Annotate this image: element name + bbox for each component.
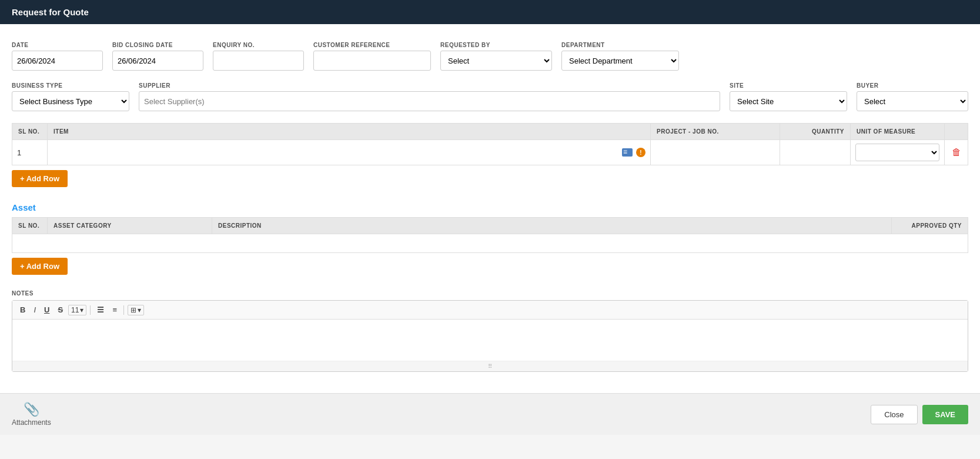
business-type-label: BUSINESS TYPE — [12, 82, 129, 89]
table-row: 1 ! — [12, 140, 968, 165]
enquiry-no-label: ENQUIRY NO. — [213, 42, 304, 48]
asset-empty-row — [12, 234, 968, 253]
asset-section: Asset SL NO. ASSET CATEGORY DESCRIPTION … — [12, 202, 968, 284]
attachment-icon: 📎 — [24, 402, 39, 417]
site-group: SITE Select Site — [730, 82, 847, 111]
attachments-label: Attachments — [12, 418, 51, 427]
asset-col-sl-no: SL NO. — [12, 218, 48, 234]
font-size-dropdown[interactable]: 11 ▾ — [68, 305, 86, 315]
main-content: DATE BID CLOSING DATE ENQUIRY NO. CUSTOM… — [0, 24, 980, 393]
buyer-select[interactable]: Select — [857, 91, 968, 111]
info-icon[interactable]: ! — [636, 148, 645, 157]
items-table-section: SL NO. ITEM PROJECT - JOB NO. QUANTITY U… — [12, 123, 968, 197]
department-select[interactable]: Select Department — [561, 51, 679, 71]
customer-reference-group: CUSTOMER REFERENCE — [313, 42, 431, 71]
italic-button[interactable]: I — [31, 304, 39, 315]
resize-handle[interactable] — [12, 361, 968, 371]
notes-editor: B I U S 11 ▾ ☰ ≡ ⊞ ▾ — [12, 300, 968, 372]
col-project-job-no: PROJECT - JOB NO. — [651, 124, 780, 140]
buyer-group: BUYER Select — [857, 82, 968, 111]
date-input[interactable] — [12, 51, 103, 71]
top-bar: Request for Quote — [0, 0, 980, 24]
asset-col-description: DESCRIPTION — [212, 218, 892, 234]
form-footer: 📎 Attachments Close SAVE — [0, 393, 980, 435]
table-button[interactable]: ⊞ ▾ — [128, 305, 144, 315]
buyer-label: BUYER — [857, 82, 968, 89]
list-icon[interactable] — [622, 148, 633, 157]
footer-buttons: Close SAVE — [871, 405, 968, 424]
row-delete-cell: 🗑 — [945, 140, 968, 165]
department-group: DEPARTMENT Select Department — [561, 42, 679, 71]
toolbar-separator-2 — [123, 305, 124, 315]
uom-select[interactable] — [855, 144, 939, 161]
notes-toolbar: B I U S 11 ▾ ☰ ≡ ⊞ ▾ — [12, 301, 968, 320]
row-item-cell: ! — [48, 140, 651, 165]
item-input-container: ! — [52, 148, 645, 157]
form-row-2: BUSINESS TYPE Select Business Type SUPPL… — [12, 82, 968, 111]
asset-add-row-button[interactable]: + Add Row — [12, 258, 68, 275]
department-label: DEPARTMENT — [561, 42, 679, 48]
row-unit-of-measure — [851, 140, 945, 165]
unordered-list-button[interactable]: ☰ — [94, 304, 107, 315]
notes-textarea[interactable] — [12, 320, 968, 361]
underline-button[interactable]: U — [41, 304, 52, 315]
requested-by-group: REQUESTED BY Select — [440, 42, 552, 71]
table-icon: ⊞ — [131, 306, 136, 314]
site-select[interactable]: Select Site — [730, 91, 847, 111]
form-row-1: DATE BID CLOSING DATE ENQUIRY NO. CUSTOM… — [12, 42, 968, 71]
strikethrough-button[interactable]: S — [55, 304, 66, 315]
ordered-list-button[interactable]: ≡ — [109, 304, 120, 315]
supplier-label: SUPPLIER — [139, 82, 720, 89]
save-button[interactable]: SAVE — [922, 405, 968, 424]
delete-row-button[interactable]: 🗑 — [952, 147, 961, 158]
asset-col-approved-qty: APPROVED QTY — [892, 218, 968, 234]
items-add-row-button[interactable]: + Add Row — [12, 170, 68, 187]
quantity-input[interactable] — [785, 148, 845, 157]
col-delete — [945, 124, 968, 140]
date-label: DATE — [12, 42, 103, 48]
supplier-group: SUPPLIER — [139, 82, 720, 111]
row-quantity — [780, 140, 851, 165]
table-chevron-icon: ▾ — [138, 306, 141, 314]
site-label: SITE — [730, 82, 847, 89]
bid-closing-date-label: BID CLOSING DATE — [112, 42, 203, 48]
requested-by-label: REQUESTED BY — [440, 42, 552, 48]
requested-by-select[interactable]: Select — [440, 51, 552, 71]
enquiry-no-group: ENQUIRY NO. — [213, 42, 304, 71]
notes-label: NOTES — [12, 290, 968, 297]
asset-section-title: Asset — [12, 202, 968, 212]
enquiry-no-input[interactable] — [213, 51, 304, 71]
col-unit-of-measure: UNIT OF MEASURE — [851, 124, 945, 140]
col-sl-no: SL NO. — [12, 124, 48, 140]
items-table: SL NO. ITEM PROJECT - JOB NO. QUANTITY U… — [12, 123, 968, 165]
customer-reference-label: CUSTOMER REFERENCE — [313, 42, 431, 48]
notes-section: NOTES B I U S 11 ▾ ☰ ≡ ⊞ ▾ — [12, 290, 968, 372]
project-job-input[interactable] — [655, 148, 775, 157]
date-group: DATE — [12, 42, 103, 71]
chevron-down-icon: ▾ — [80, 306, 83, 314]
col-item: ITEM — [48, 124, 651, 140]
row-project-job-no — [651, 140, 780, 165]
row-sl-no: 1 — [12, 140, 48, 165]
bid-closing-date-group: BID CLOSING DATE — [112, 42, 203, 71]
bold-button[interactable]: B — [17, 304, 28, 315]
asset-table: SL NO. ASSET CATEGORY DESCRIPTION APPROV… — [12, 217, 968, 253]
supplier-input[interactable] — [139, 91, 720, 111]
item-text-input[interactable] — [52, 148, 618, 157]
col-quantity: QUANTITY — [780, 124, 851, 140]
attachments-area[interactable]: 📎 Attachments — [12, 402, 51, 427]
close-button[interactable]: Close — [871, 405, 917, 424]
business-type-group: BUSINESS TYPE Select Business Type — [12, 82, 129, 111]
page-title: Request for Quote — [12, 7, 89, 17]
toolbar-separator-1 — [90, 305, 91, 315]
bid-closing-date-input[interactable] — [112, 51, 203, 71]
business-type-select[interactable]: Select Business Type — [12, 91, 129, 111]
customer-reference-input[interactable] — [313, 51, 431, 71]
asset-col-category: ASSET CATEGORY — [48, 218, 212, 234]
